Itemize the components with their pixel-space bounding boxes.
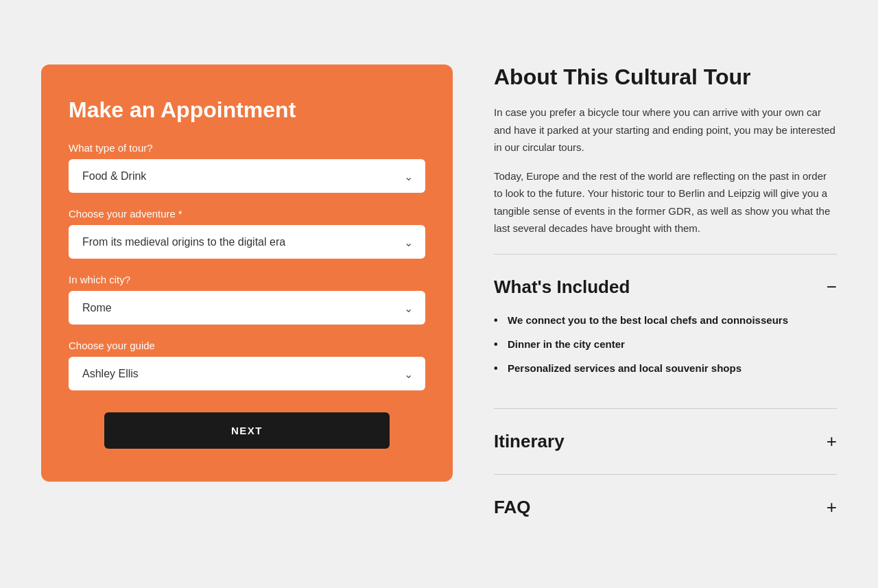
tour-type-label: What type of tour?: [69, 142, 425, 154]
adventure-label: Choose your adventure *: [69, 208, 425, 220]
itinerary-title: Itinerary: [494, 431, 565, 452]
city-select-wrapper: Rome Berlin Leipzig Paris London ⌄: [69, 291, 425, 325]
guide-group: Choose your guide Ashley Ellis John Smit…: [69, 340, 425, 390]
next-button[interactable]: NEXT: [104, 412, 390, 449]
divider-3: [494, 474, 837, 475]
adventure-select[interactable]: From its medieval origins to the digital…: [69, 225, 425, 259]
collapse-icon: −: [827, 278, 837, 296]
city-select[interactable]: Rome Berlin Leipzig Paris London: [69, 291, 425, 325]
city-label: In which city?: [69, 274, 425, 285]
adventure-group: Choose your adventure * From its medieva…: [69, 208, 425, 259]
whats-included-accordion[interactable]: What's Included −: [494, 271, 837, 303]
about-paragraph-2: Today, Europe and the rest of the world …: [494, 167, 837, 237]
city-group: In which city? Rome Berlin Leipzig Paris…: [69, 274, 425, 325]
about-paragraph-1: In case you prefer a bicycle tour where …: [494, 104, 837, 156]
required-marker: *: [178, 209, 182, 220]
list-item: Personalized services and local souvenir…: [494, 362, 837, 374]
guide-select[interactable]: Ashley Ellis John Smith Maria Rossi: [69, 357, 425, 390]
about-title: About This Cultural Tour: [494, 64, 837, 90]
guide-select-wrapper: Ashley Ellis John Smith Maria Rossi ⌄: [69, 357, 425, 390]
adventure-select-wrapper: From its medieval origins to the digital…: [69, 225, 425, 259]
tour-type-select[interactable]: Food & Drink Cultural Tour Adventure His…: [69, 159, 425, 193]
expand-icon: +: [827, 432, 837, 450]
faq-accordion[interactable]: FAQ +: [494, 491, 837, 524]
itinerary-accordion[interactable]: Itinerary +: [494, 425, 837, 458]
appointment-card: Make an Appointment What type of tour? F…: [41, 64, 453, 482]
appointment-title: Make an Appointment: [69, 97, 425, 123]
divider-1: [494, 254, 837, 255]
whats-included-title: What's Included: [494, 277, 630, 298]
tour-type-select-wrapper: Food & Drink Cultural Tour Adventure His…: [69, 159, 425, 193]
guide-label: Choose your guide: [69, 340, 425, 351]
expand-icon: +: [827, 498, 837, 516]
page-wrapper: Make an Appointment What type of tour? F…: [27, 51, 851, 537]
faq-title: FAQ: [494, 497, 530, 518]
included-list: We connect you to the best local chefs a…: [494, 303, 837, 392]
list-item: Dinner in the city center: [494, 338, 837, 350]
tour-type-group: What type of tour? Food & Drink Cultural…: [69, 142, 425, 193]
info-panel: About This Cultural Tour In case you pre…: [494, 64, 837, 524]
divider-2: [494, 408, 837, 409]
list-item: We connect you to the best local chefs a…: [494, 314, 837, 326]
